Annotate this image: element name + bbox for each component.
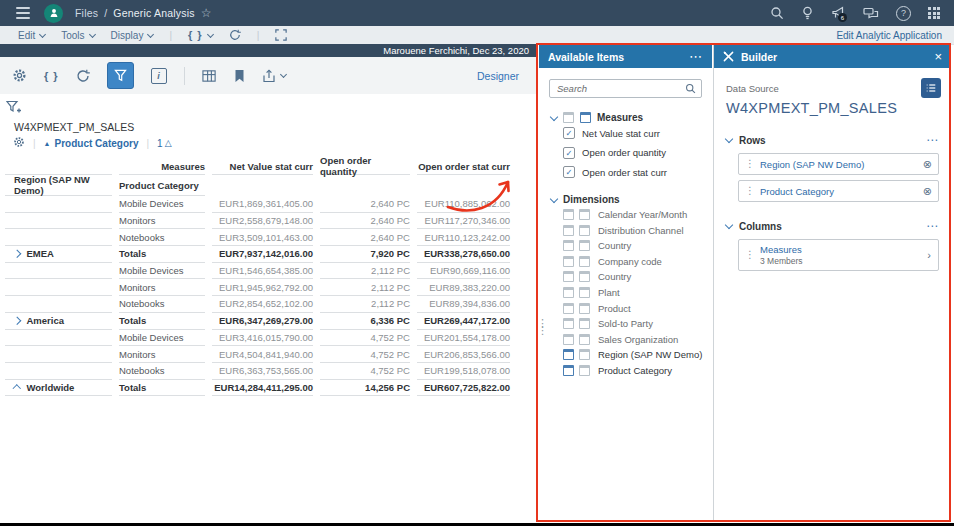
- category-cell[interactable]: Monitors: [119, 279, 205, 296]
- measure-item[interactable]: ✓Net Value stat curr: [563, 127, 712, 139]
- panel-resize-handle[interactable]: ⋮⋮: [537, 320, 543, 334]
- open-order-stat-cell[interactable]: EUR110,885,062.00: [417, 196, 510, 213]
- net-value-cell[interactable]: EUR6,363,753,565.00: [212, 363, 313, 380]
- overflow-icon[interactable]: ⋯: [689, 49, 703, 64]
- insert-table-icon[interactable]: [202, 69, 217, 83]
- column-dimension-chip[interactable]: ⋮Measures3 Members›: [738, 239, 939, 271]
- table-row[interactable]: Mobile DevicesEUR1,546,654,385.002,112 P…: [5, 263, 517, 280]
- net-value-cell[interactable]: EUR3,416,015,790.00: [212, 330, 313, 347]
- table-settings-icon[interactable]: [13, 136, 25, 150]
- breadcrumb-current[interactable]: Generic Analysis: [113, 7, 194, 19]
- filter-tool-button-active[interactable]: [107, 62, 134, 89]
- category-cell[interactable]: Notebooks: [119, 229, 205, 246]
- region-cell[interactable]: [5, 229, 112, 246]
- net-value-cell[interactable]: EUR1,945,962,792.00: [212, 279, 313, 296]
- region-cell[interactable]: EMEA: [5, 246, 112, 263]
- avatar[interactable]: [44, 4, 63, 23]
- net-value-cell[interactable]: EUR1,546,654,385.00: [212, 263, 313, 280]
- open-order-stat-cell[interactable]: EUR269,447,172.00: [417, 313, 510, 330]
- menu-icon[interactable]: [14, 5, 32, 21]
- row-dimension-header[interactable]: Region (SAP NW Demo): [5, 175, 112, 196]
- designer-link[interactable]: Designer: [477, 70, 537, 82]
- table-row[interactable]: EMEATotalsEUR7,937,142,016.007,920 PCEUR…: [5, 246, 517, 263]
- checkbox-checked[interactable]: ✓: [563, 166, 575, 178]
- open-order-qty-cell[interactable]: 14,256 PC: [320, 380, 410, 397]
- search-icon[interactable]: [770, 6, 784, 20]
- measures-header-cell[interactable]: Measures: [119, 158, 205, 175]
- open-order-qty-cell[interactable]: 2,112 PC: [320, 263, 410, 280]
- assistant-bulb-icon[interactable]: [801, 6, 814, 20]
- net-value-cell[interactable]: EUR2,558,679,148.00: [212, 213, 313, 230]
- open-order-stat-cell[interactable]: EUR89,394,836.00: [417, 296, 510, 313]
- refresh-data-icon[interactable]: [76, 69, 90, 83]
- help-icon[interactable]: ?: [896, 6, 911, 21]
- drag-handle-icon[interactable]: ⋮: [739, 159, 760, 169]
- edit-menu[interactable]: Edit: [18, 30, 45, 41]
- region-cell[interactable]: [5, 296, 112, 313]
- table-row[interactable]: AmericaTotalsEUR6,347,269,279.006,336 PC…: [5, 313, 517, 330]
- net-value-cell[interactable]: EUR14,284,411,295.00: [212, 380, 313, 397]
- open-order-qty-cell[interactable]: 2,112 PC: [320, 296, 410, 313]
- expand-chevron-icon[interactable]: [13, 250, 21, 258]
- region-cell[interactable]: [5, 330, 112, 347]
- search-input[interactable]: [555, 82, 685, 95]
- net-value-cell[interactable]: EUR2,854,652,102.00: [212, 296, 313, 313]
- data-source-settings-button[interactable]: [921, 78, 941, 98]
- sort-chip[interactable]: ▲ Product Category: [44, 138, 139, 149]
- category-cell[interactable]: Monitors: [119, 346, 205, 363]
- open-order-qty-cell[interactable]: 4,752 PC: [320, 363, 410, 380]
- dimension-item[interactable]: Plant: [563, 287, 712, 298]
- region-cell[interactable]: [5, 213, 112, 230]
- rows-section-header[interactable]: Rows ⋯: [726, 133, 939, 147]
- dimension-item[interactable]: Country: [563, 240, 712, 251]
- open-order-stat-cell[interactable]: EUR117,270,346.00: [417, 213, 510, 230]
- dimension-item[interactable]: Distribution Channel: [563, 225, 712, 236]
- category-cell[interactable]: Mobile Devices: [119, 196, 205, 213]
- dimensions-section-header[interactable]: Dimensions: [551, 194, 712, 205]
- category-cell[interactable]: Totals: [119, 380, 205, 397]
- add-filter-icon[interactable]: [6, 100, 21, 119]
- net-value-cell[interactable]: EUR3,509,101,463.00: [212, 229, 313, 246]
- column-header-open-order-stat[interactable]: Open order stat curr: [417, 158, 510, 175]
- table-row[interactable]: MonitorsEUR1,945,962,792.002,112 PCEUR89…: [5, 279, 517, 296]
- display-menu[interactable]: Display: [111, 30, 154, 41]
- open-order-qty-cell[interactable]: 7,920 PC: [320, 246, 410, 263]
- notifications-icon[interactable]: 6: [831, 6, 846, 20]
- columns-section-header[interactable]: Columns ⋯: [726, 219, 939, 233]
- breadcrumb-root[interactable]: Files: [75, 7, 98, 19]
- category-cell[interactable]: Mobile Devices: [119, 263, 205, 280]
- open-order-qty-cell[interactable]: 4,752 PC: [320, 330, 410, 347]
- category-cell[interactable]: Mobile Devices: [119, 330, 205, 347]
- discussions-icon[interactable]: [863, 7, 879, 20]
- fullscreen-button[interactable]: [275, 29, 287, 41]
- script-editor-icon[interactable]: { }: [44, 70, 59, 82]
- open-order-qty-cell[interactable]: 2,640 PC: [320, 229, 410, 246]
- region-cell[interactable]: [5, 346, 112, 363]
- net-value-cell[interactable]: EUR6,347,269,279.00: [212, 313, 313, 330]
- open-order-stat-cell[interactable]: EUR338,278,650.00: [417, 246, 510, 263]
- dimension-item[interactable]: Sold-to Party: [563, 318, 712, 329]
- category-cell[interactable]: Monitors: [119, 213, 205, 230]
- open-order-stat-cell[interactable]: EUR110,123,242.00: [417, 229, 510, 246]
- checkbox-checked[interactable]: ✓: [563, 127, 575, 139]
- open-order-qty-cell[interactable]: 2,640 PC: [320, 213, 410, 230]
- expand-chevron-icon[interactable]: [13, 385, 21, 393]
- edit-analytic-application-link[interactable]: Edit Analytic Application: [836, 30, 954, 41]
- app-finder-icon[interactable]: [928, 7, 940, 19]
- table-row[interactable]: NotebooksEUR2,854,652,102.002,112 PCEUR8…: [5, 296, 517, 313]
- dimension-item[interactable]: Region (SAP NW Demo): [563, 349, 712, 360]
- bookmark-icon[interactable]: [234, 69, 245, 83]
- drag-handle-icon[interactable]: ⋮: [739, 250, 760, 260]
- open-order-stat-cell[interactable]: EUR199,518,078.00: [417, 363, 510, 380]
- refresh-button[interactable]: [229, 29, 241, 41]
- column-header-open-order-qty[interactable]: Open order quantity: [320, 158, 410, 175]
- favorite-star-icon[interactable]: ☆: [201, 7, 212, 19]
- region-cell[interactable]: America: [5, 313, 112, 330]
- dimension-item[interactable]: Sales Organization: [563, 334, 712, 345]
- region-cell[interactable]: [5, 263, 112, 280]
- row-dimension-chip[interactable]: ⋮Product Category⊗: [738, 180, 939, 202]
- net-value-cell[interactable]: EUR1,869,361,405.00: [212, 196, 313, 213]
- column-header-net-value[interactable]: Net Value stat curr: [212, 158, 313, 175]
- dimension-item[interactable]: Product Category: [563, 365, 712, 376]
- open-order-qty-cell[interactable]: 4,752 PC: [320, 346, 410, 363]
